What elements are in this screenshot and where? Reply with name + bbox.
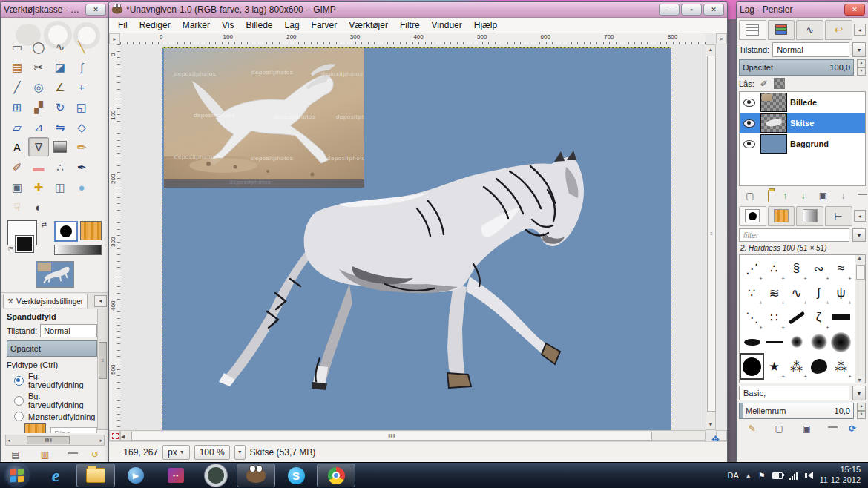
tab-dynamics[interactable]: ⊢ xyxy=(825,206,852,226)
taskbar-camera-app[interactable] xyxy=(197,464,235,487)
tool-button[interactable]: ✚ xyxy=(28,177,49,197)
menu-item[interactable]: Billede xyxy=(240,19,279,32)
brush-item[interactable]: § xyxy=(786,257,807,280)
brush-item[interactable]: ▒ xyxy=(830,379,852,383)
tool-button[interactable]: ⊞ xyxy=(7,97,27,116)
tool-button[interactable]: ☟ xyxy=(7,197,27,217)
brush-item[interactable]: ʃ xyxy=(808,281,829,305)
brush-item[interactable]: ⁂ xyxy=(786,355,807,378)
scroll-up-icon[interactable]: ▲ xyxy=(706,45,715,54)
tool-button[interactable]: ⇋ xyxy=(50,117,70,136)
brush-item[interactable] xyxy=(786,330,807,354)
brush-item[interactable]: ψ xyxy=(830,281,852,305)
tab-layers[interactable] xyxy=(739,20,766,40)
clock[interactable]: 15:15 11-12-2012 xyxy=(820,465,861,486)
refresh-brushes-icon[interactable]: ⟳ xyxy=(849,424,856,433)
close-icon[interactable]: ✕ xyxy=(703,4,724,16)
brush-item[interactable]: ⋰ xyxy=(741,257,763,280)
brush-item[interactable]: ▒ xyxy=(741,379,763,383)
canvas-viewport[interactable]: depositphotosdepositphotosdepositphotosd… xyxy=(120,44,706,430)
visibility-eye-icon[interactable] xyxy=(743,119,755,128)
menu-item[interactable]: Værktøjer xyxy=(343,19,394,32)
brush-item[interactable]: ▒ xyxy=(786,379,807,383)
tab-paths[interactable]: ∿ xyxy=(796,20,823,40)
minimize-icon[interactable]: — xyxy=(659,4,680,16)
taskbar-media-player[interactable]: ▶ xyxy=(116,464,155,487)
tool-button[interactable]: ◐ xyxy=(28,197,49,217)
tool-button[interactable]: ▞ xyxy=(28,97,49,116)
taskbar-gimp[interactable] xyxy=(237,464,275,487)
tab-tool-options[interactable]: ⚒ Værktøjsindstillinger xyxy=(3,294,88,308)
scroll-left-icon[interactable]: ◀ xyxy=(121,434,125,439)
scroll-down-icon[interactable]: ▼ xyxy=(857,377,862,383)
battery-icon[interactable] xyxy=(772,472,783,479)
start-button[interactable] xyxy=(6,464,28,487)
menu-item[interactable]: Redigér xyxy=(134,19,177,32)
volume-icon[interactable] xyxy=(804,472,813,479)
network-icon[interactable] xyxy=(789,472,798,480)
reset-options-icon[interactable]: ↺ xyxy=(91,450,99,459)
taskbar-skype[interactable]: S xyxy=(277,464,315,487)
tool-options-hscrollbar[interactable]: ◂▮▮▮▸ xyxy=(5,435,105,446)
language-indicator[interactable]: DA xyxy=(727,471,738,480)
tool-button[interactable]: ✏ xyxy=(71,137,92,156)
tool-button[interactable]: ▤ xyxy=(7,57,27,76)
duplicate-brush-icon[interactable]: ▣ xyxy=(802,424,810,433)
tab-menu-icon[interactable]: ◂ xyxy=(854,24,866,36)
tool-button[interactable]: ✐ xyxy=(7,157,27,177)
menu-item[interactable]: Vinduer xyxy=(426,19,468,32)
brush-item[interactable] xyxy=(763,379,785,383)
tab-patterns[interactable] xyxy=(768,206,795,226)
layer-thumbnail[interactable] xyxy=(760,113,787,133)
horizontal-ruler[interactable]: 0100200300400500600700800 xyxy=(120,33,706,45)
menu-item[interactable]: Fil xyxy=(112,19,134,32)
chevron-down-icon[interactable]: ▼ xyxy=(852,386,866,400)
new-layer-icon[interactable]: ▢ xyxy=(746,191,754,200)
tool-button[interactable]: ▬ xyxy=(28,157,49,177)
pattern-swatch[interactable] xyxy=(24,423,46,433)
layer-row[interactable]: Baggrund xyxy=(740,133,865,154)
layer-row[interactable]: Billede xyxy=(740,92,865,113)
zoom-image-icon[interactable]: ⌕ xyxy=(716,33,727,44)
tool-button[interactable]: ◱ xyxy=(71,97,92,116)
taskbar-chrome[interactable] xyxy=(317,464,355,487)
radio-icon[interactable] xyxy=(14,376,24,386)
chevron-down-icon[interactable]: ▼ xyxy=(852,228,866,242)
brush-item[interactable]: ★ xyxy=(763,355,785,378)
menu-item[interactable]: Filtre xyxy=(394,19,426,32)
canvas-image[interactable]: depositphotosdepositphotosdepositphotosd… xyxy=(162,48,671,430)
edit-brush-icon[interactable]: ✎ xyxy=(749,424,756,433)
layer-opacity-slider[interactable]: Opacitet 100,0 xyxy=(739,59,854,76)
tool-button[interactable]: ▱ xyxy=(7,117,27,136)
taskbar-movie-maker[interactable]: ▪▪ xyxy=(157,464,195,487)
scroll-up-icon[interactable]: ▲ xyxy=(857,255,862,260)
brush-item[interactable]: ⋱ xyxy=(741,306,763,329)
tool-button[interactable]: ◯ xyxy=(28,37,49,56)
brush-tag-select[interactable]: Basic, xyxy=(739,386,849,400)
brush-item[interactable] xyxy=(741,330,763,354)
brush-item[interactable] xyxy=(808,355,829,378)
lock-paint-icon[interactable]: ✐ xyxy=(760,79,768,89)
close-icon[interactable]: ✕ xyxy=(85,4,106,16)
tab-menu-icon[interactable]: ◂ xyxy=(94,295,107,307)
lower-layer-icon[interactable]: ↓ xyxy=(800,191,805,200)
brush-item[interactable] xyxy=(808,379,829,383)
tool-button[interactable]: ↻ xyxy=(50,97,70,116)
ruler-corner-button[interactable]: ▸ xyxy=(109,33,120,44)
brush-item[interactable] xyxy=(763,330,785,354)
canvas-hscrollbar[interactable]: ◀ ▮▮▮ xyxy=(120,430,706,441)
tool-button[interactable]: ∠ xyxy=(50,77,70,96)
brush-item[interactable] xyxy=(808,330,829,354)
lock-alpha-icon[interactable] xyxy=(774,78,785,89)
zoom-select[interactable]: 100 % xyxy=(194,445,230,460)
tool-button[interactable]: ∫ xyxy=(71,57,92,76)
menu-item[interactable]: Farver xyxy=(306,19,343,32)
opacity-slider[interactable]: Opacitet xyxy=(7,340,97,357)
brush-item[interactable] xyxy=(830,330,852,354)
image-thumbnail[interactable] xyxy=(36,261,74,288)
fill-type-option[interactable]: Fg. farveudfyldning xyxy=(14,372,97,389)
pattern-name-field[interactable]: Pine xyxy=(50,427,97,433)
layer-name[interactable]: Baggrund xyxy=(790,139,829,148)
tab-channels[interactable] xyxy=(768,20,795,40)
tool-button[interactable]: ▣ xyxy=(7,177,27,197)
